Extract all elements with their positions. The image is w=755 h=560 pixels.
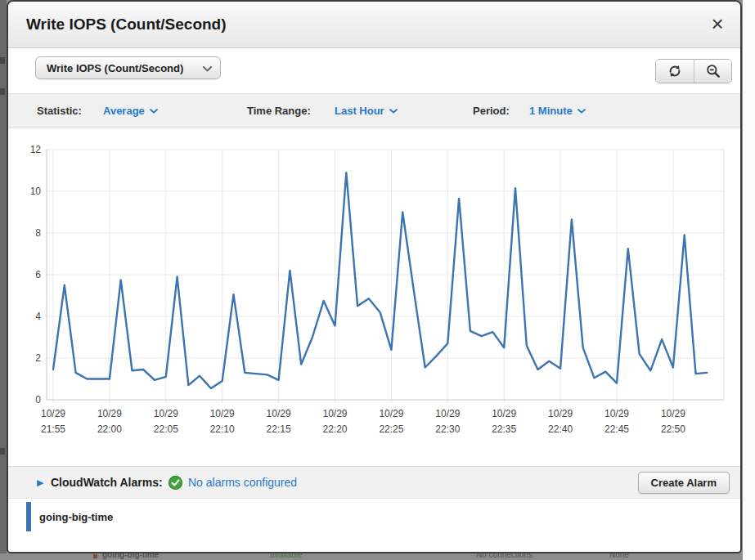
- y-tick-label: 12: [30, 144, 42, 155]
- x-tick-time: 22:15: [267, 423, 291, 435]
- x-tick-time: 22:05: [154, 423, 178, 435]
- chart-grid: [47, 150, 724, 403]
- time-range-value: Last Hour: [335, 94, 384, 128]
- x-tick-time: 22:10: [210, 423, 235, 435]
- y-tick-label: 10: [30, 186, 42, 197]
- x-tick-date: 10/29: [322, 408, 347, 419]
- x-tick-date: 10/29: [41, 408, 65, 419]
- chevron-down-icon: [150, 109, 158, 114]
- x-tick-date: 10/29: [154, 408, 178, 419]
- x-tick-date: 10/29: [604, 408, 629, 419]
- chevron-down-icon: [577, 109, 586, 114]
- x-tick-date: 10/29: [379, 408, 403, 419]
- series-line: [53, 172, 707, 388]
- chart-legend: going-big-time: [26, 502, 113, 531]
- background-row-fragment: going-big-time: [102, 553, 159, 559]
- y-tick-label: 0: [35, 394, 41, 405]
- legend-marker: [26, 502, 31, 531]
- zoom-out-button[interactable]: [694, 60, 731, 83]
- time-range-dropdown[interactable]: Last Hour: [335, 94, 398, 128]
- zoom-out-icon: [705, 63, 721, 79]
- background-row-fragment: No connections: [476, 553, 533, 559]
- period-label: Period:: [473, 94, 510, 128]
- period-dropdown[interactable]: 1 Minute: [529, 94, 586, 128]
- metric-dropdown[interactable]: Write IOPS (Count/Second): [35, 56, 221, 79]
- y-tick-label: 4: [35, 311, 41, 322]
- dimmed-background-left: [0, 0, 7, 560]
- x-tick-time: 21:55: [41, 423, 65, 435]
- db-instance-icon: [93, 554, 97, 558]
- x-tick-time: 22:35: [492, 423, 516, 435]
- x-tick-date: 10/29: [267, 408, 291, 419]
- x-tick-date: 10/29: [435, 408, 460, 419]
- statistic-dropdown[interactable]: Average: [103, 94, 158, 128]
- x-tick-date: 10/29: [97, 408, 122, 419]
- x-tick-time: 22:45: [604, 423, 629, 435]
- legend-series-label: going-big-time: [39, 511, 113, 523]
- x-tick-time: 22:40: [548, 423, 573, 435]
- y-tick-label: 6: [35, 269, 41, 280]
- chevron-down-icon: [389, 109, 398, 114]
- cloudwatch-alarms-bar: ▶ CloudWatch Alarms: No alarms configure…: [8, 466, 740, 499]
- background-row-fragment: available: [270, 553, 302, 559]
- iops-chart: 02468101210/2921:5510/2922:0010/2922:051…: [18, 141, 742, 445]
- alarms-label: CloudWatch Alarms:: [51, 467, 163, 498]
- y-tick-label: 8: [35, 227, 41, 239]
- close-button[interactable]: ×: [706, 12, 729, 35]
- background-text-fragment: [0, 57, 5, 64]
- chart-area: 02468101210/2921:5510/2922:0010/2922:051…: [8, 128, 742, 455]
- x-tick-time: 22:50: [661, 423, 685, 435]
- create-alarm-button[interactable]: Create Alarm: [638, 472, 730, 494]
- page-title: Write IOPS (Count/Second): [26, 2, 227, 47]
- alarms-status-link[interactable]: No alarms configured: [188, 467, 297, 498]
- close-icon: ×: [711, 11, 723, 36]
- controls-bar: Statistic: Average Time Range: Last Hour…: [8, 93, 740, 128]
- background-text-fragment: [0, 448, 5, 455]
- alarms-expander-icon[interactable]: ▶: [37, 467, 43, 498]
- dimmed-background-row: going-big-time available No connections …: [0, 553, 743, 560]
- x-tick-date: 10/29: [548, 408, 573, 419]
- check-circle-icon: [169, 476, 182, 490]
- metric-dropdown-label: Write IOPS (Count/Second): [47, 62, 183, 74]
- modal-header: Write IOPS (Count/Second) ×: [8, 2, 740, 48]
- chevron-down-icon: [203, 60, 212, 75]
- x-tick-time: 22:00: [97, 423, 122, 435]
- refresh-icon: [667, 63, 683, 79]
- statistic-label: Statistic:: [37, 94, 82, 128]
- axis-labels: 02468101210/2921:5510/2922:0010/2922:051…: [30, 144, 686, 435]
- dimmed-background-right: [743, 0, 755, 560]
- statistic-value: Average: [103, 94, 145, 128]
- metric-detail-modal: Write IOPS (Count/Second) × Write IOPS (…: [7, 0, 742, 553]
- x-tick-date: 10/29: [661, 408, 685, 419]
- x-tick-time: 22:20: [322, 423, 347, 435]
- background-row-fragment: None: [609, 553, 629, 559]
- y-tick-label: 2: [35, 352, 41, 364]
- background-text-fragment: [0, 88, 5, 95]
- x-tick-time: 22:30: [435, 423, 460, 435]
- time-range-label: Time Range:: [247, 94, 311, 128]
- screen: going-big-time available No connections …: [0, 0, 755, 560]
- x-tick-date: 10/29: [210, 408, 235, 419]
- chart-toolbar-buttons: [655, 59, 732, 83]
- refresh-button[interactable]: [656, 60, 694, 83]
- period-value: 1 Minute: [529, 94, 573, 128]
- x-tick-time: 22:25: [379, 423, 403, 435]
- x-tick-date: 10/29: [492, 408, 516, 419]
